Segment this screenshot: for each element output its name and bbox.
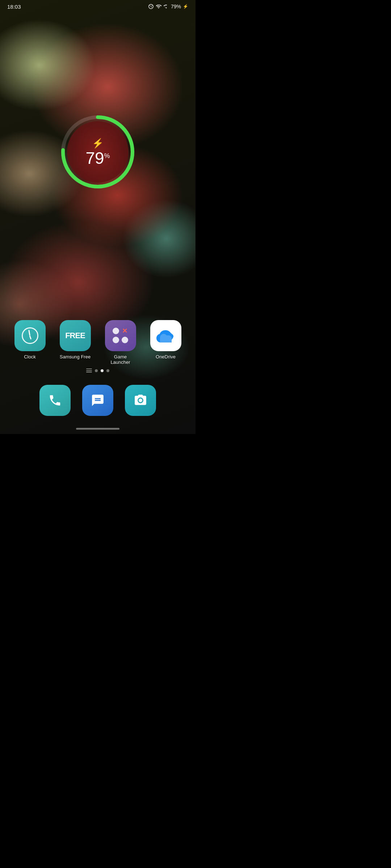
- page-lines-indicator: [86, 369, 92, 373]
- home-indicator[interactable]: [76, 428, 119, 430]
- dock-camera[interactable]: [125, 385, 156, 416]
- page-dot-3[interactable]: [106, 369, 109, 372]
- dock-phone[interactable]: [39, 385, 71, 416]
- samsung-free-app-icon[interactable]: FREE: [60, 320, 91, 351]
- game-dot-br: [122, 337, 128, 343]
- app-item-game-launcher[interactable]: ✕ Game Launcher: [105, 320, 136, 365]
- bolt-icon: ⚡: [92, 138, 104, 149]
- game-launcher-app-label: Game Launcher: [110, 354, 130, 365]
- dock-messages[interactable]: [82, 385, 113, 416]
- onedrive-cloud-icon: [156, 329, 175, 342]
- game-dot-tl: [113, 328, 119, 334]
- onedrive-app-icon[interactable]: [150, 320, 181, 351]
- battery-percent: 79%: [85, 150, 110, 166]
- messages-icon: [91, 393, 105, 407]
- app-item-samsung-free[interactable]: FREE Samsung Free: [60, 320, 91, 365]
- dock: [39, 385, 156, 416]
- game-x-icon: ✕: [122, 328, 128, 334]
- battery-widget[interactable]: ⚡ 79%: [58, 112, 138, 192]
- phone-icon: [48, 393, 62, 407]
- charging-icon: ⚡: [183, 4, 188, 9]
- clock-hour-hand: [29, 335, 31, 339]
- svg-rect-5: [160, 338, 172, 342]
- status-bar: 18:03 79% ⚡: [0, 0, 196, 13]
- game-dot-bl: [113, 337, 119, 343]
- free-text: FREE: [65, 331, 85, 340]
- battery-inner: ⚡ 79%: [67, 121, 129, 183]
- clock-app-icon[interactable]: [14, 320, 46, 351]
- status-icons: 79% ⚡: [148, 4, 188, 9]
- page-line-2: [86, 370, 92, 371]
- wifi-icon: [156, 4, 161, 9]
- app-item-clock[interactable]: Clock: [14, 320, 46, 365]
- samsung-free-app-label: Samsung Free: [60, 354, 91, 360]
- app-item-onedrive[interactable]: OneDrive: [150, 320, 181, 365]
- game-launcher-app-icon[interactable]: ✕: [105, 320, 136, 351]
- status-time: 18:03: [7, 4, 21, 10]
- page-indicators: [86, 369, 109, 373]
- camera-icon: [134, 393, 147, 407]
- onedrive-app-label: OneDrive: [156, 354, 176, 360]
- page-dot-1[interactable]: [95, 369, 98, 372]
- page-dot-2-active[interactable]: [101, 369, 104, 372]
- page-line-1: [86, 369, 92, 369]
- app-grid: Clock FREE Samsung Free ✕ Game Launcher: [0, 320, 196, 365]
- clock-face: [22, 327, 38, 344]
- alarm-icon: [148, 4, 154, 9]
- signal-icon: [163, 4, 169, 9]
- clock-app-label: Clock: [24, 354, 36, 360]
- clock-minute-hand: [28, 330, 30, 336]
- page-line-3: [86, 372, 92, 373]
- battery-text: 79%: [171, 4, 181, 9]
